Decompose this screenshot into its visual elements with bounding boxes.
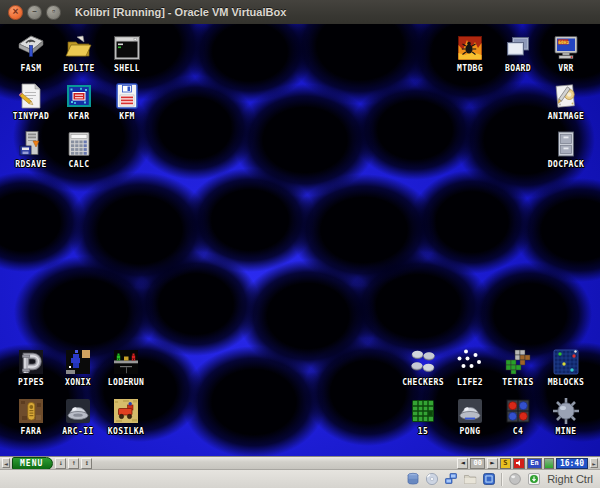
taskbar-right-arrow-icon[interactable]: ► bbox=[590, 458, 598, 468]
pipes-icon bbox=[16, 347, 46, 377]
mtdbg-icon bbox=[455, 33, 485, 63]
desktop-icon-board[interactable]: BOARD bbox=[491, 33, 545, 73]
desktop-icon-pipes[interactable]: PIPES bbox=[4, 347, 58, 387]
desktop-icon-label: MBLOCKS bbox=[539, 378, 593, 387]
desktop-icon-label: FASM bbox=[4, 64, 58, 73]
desktop-icon-label: VRR bbox=[539, 64, 593, 73]
arcii-icon bbox=[63, 396, 93, 426]
desktop-icon-label: KFM bbox=[100, 112, 154, 121]
pager-prev-button[interactable]: ◄ bbox=[457, 458, 468, 469]
kolibri-taskbar: ◄ MENU ↓↑↕ ◄ 00 ► S En 16:40 ► bbox=[0, 456, 600, 469]
desktop-icon-15[interactable]: 15 bbox=[396, 396, 450, 436]
harddisk-icon[interactable] bbox=[406, 472, 420, 486]
kfar-icon bbox=[64, 81, 94, 111]
close-button[interactable] bbox=[8, 5, 23, 20]
desktop-icon-label: ANIMAGE bbox=[539, 112, 593, 121]
svg-text:60Hz: 60Hz bbox=[558, 40, 569, 45]
desktop-icon-label: FARA bbox=[4, 427, 58, 436]
desktop-icon-fasm[interactable]: FASM bbox=[4, 33, 58, 73]
virtualbox-window: Kolibri [Running] - Oracle VM VirtualBox… bbox=[0, 0, 600, 488]
docpack-icon bbox=[551, 129, 581, 159]
shell-icon bbox=[112, 33, 142, 63]
desktop-icon-vrr[interactable]: 60HzVRR bbox=[539, 33, 593, 73]
speaker-icon[interactable] bbox=[513, 458, 525, 469]
desktop-icon-label: CALC bbox=[52, 160, 106, 169]
desktop-icon-label: TINYPAD bbox=[4, 112, 58, 121]
kosilka-icon bbox=[111, 396, 141, 426]
desktop-icon-label: 15 bbox=[396, 427, 450, 436]
desktop-icon-loderun[interactable]: LODERUN bbox=[99, 347, 153, 387]
mouse-integration-icon bbox=[508, 472, 522, 486]
vbox-statusbar: Right Ctrl bbox=[0, 469, 600, 488]
pager-value: 00 bbox=[470, 458, 484, 469]
c4-icon bbox=[503, 396, 533, 426]
desktop-icon-label: C4 bbox=[491, 427, 545, 436]
animage-icon bbox=[551, 81, 581, 111]
desktop-icon-xonix[interactable]: XONIX bbox=[51, 347, 105, 387]
desktop-icon-calc[interactable]: CALC bbox=[52, 129, 106, 169]
desktop-icon-label: RDSAVE bbox=[4, 160, 58, 169]
fara-icon bbox=[16, 396, 46, 426]
desktop-icon-mine[interactable]: MINE bbox=[539, 396, 593, 436]
arrow-updown-button[interactable]: ↕ bbox=[81, 458, 92, 469]
hostkey-icon bbox=[527, 472, 541, 486]
board-icon bbox=[503, 33, 533, 63]
desktop-icon-animage[interactable]: ANIMAGE bbox=[539, 81, 593, 121]
hostkey-label: Right Ctrl bbox=[547, 473, 593, 485]
xonix-icon bbox=[63, 347, 93, 377]
desktop-icon-label: KOSILKA bbox=[99, 427, 153, 436]
cd-icon[interactable] bbox=[425, 472, 439, 486]
desktop-icon-label: SHELL bbox=[100, 64, 154, 73]
display-icon[interactable] bbox=[482, 472, 496, 486]
desktop-icon-label: TETRIS bbox=[491, 378, 545, 387]
network-icon[interactable] bbox=[444, 472, 458, 486]
desktop-icon-c4[interactable]: C4 bbox=[491, 396, 545, 436]
rdsave-icon bbox=[16, 129, 46, 159]
desktop-icon-life2[interactable]: LIFE2 bbox=[443, 347, 497, 387]
shared-folder-icon[interactable] bbox=[463, 472, 477, 486]
desktop-icon-label: PONG bbox=[443, 427, 497, 436]
desktop-icon-docpack[interactable]: DOCPACK bbox=[539, 129, 593, 169]
desktop-icon-label: ARC-II bbox=[51, 427, 105, 436]
arrow-down-button[interactable]: ↓ bbox=[55, 458, 66, 469]
desktop-icon-kfar[interactable]: KFAR bbox=[52, 81, 106, 121]
clock: 16:40 bbox=[556, 458, 588, 469]
kolibri-desktop[interactable]: FASMEOLITESHELLTINYPADKFARKFMRDSAVECALCM… bbox=[0, 24, 600, 456]
desktop-icon-shell[interactable]: SHELL bbox=[100, 33, 154, 73]
taskbar-left-arrow-icon[interactable]: ◄ bbox=[2, 458, 10, 468]
checkers-icon bbox=[408, 347, 438, 377]
tinypad-icon bbox=[16, 81, 46, 111]
tetris-icon bbox=[503, 347, 533, 377]
desktop-icon-mblocks[interactable]: MBLOCKS bbox=[539, 347, 593, 387]
desktop-icon-label: MTDBG bbox=[443, 64, 497, 73]
keyboard-layout-indicator[interactable]: En bbox=[527, 458, 542, 469]
mine-icon bbox=[551, 396, 581, 426]
window-title: Kolibri [Running] - Oracle VM VirtualBox bbox=[75, 6, 286, 18]
desktop-icon-kfm[interactable]: KFM bbox=[100, 81, 154, 121]
vrr-icon: 60Hz bbox=[551, 33, 581, 63]
minimize-button[interactable] bbox=[27, 5, 42, 20]
desktop-icon-label: LIFE2 bbox=[443, 378, 497, 387]
titlebar[interactable]: Kolibri [Running] - Oracle VM VirtualBox bbox=[0, 0, 600, 24]
desktop-icon-kosilka[interactable]: KOSILKA bbox=[99, 396, 153, 436]
cpu-indicator[interactable] bbox=[544, 458, 554, 469]
statusbar-separator bbox=[501, 473, 503, 486]
desktop-icon-fara[interactable]: FARA bbox=[4, 396, 58, 436]
desktop-icon-tetris[interactable]: TETRIS bbox=[491, 347, 545, 387]
menu-button[interactable]: MENU bbox=[12, 457, 53, 470]
desktop-icon-checkers[interactable]: CHECKERS bbox=[396, 347, 450, 387]
desktop-icon-tinypad[interactable]: TINYPAD bbox=[4, 81, 58, 121]
desktop-icon-eolite[interactable]: EOLITE bbox=[52, 33, 106, 73]
desktop-icon-mtdbg[interactable]: MTDBG bbox=[443, 33, 497, 73]
loderun-icon bbox=[111, 347, 141, 377]
maximize-button[interactable] bbox=[46, 5, 61, 20]
pager-next-button[interactable]: ► bbox=[487, 458, 498, 469]
arrow-up-button[interactable]: ↑ bbox=[68, 458, 79, 469]
screenshot-button[interactable]: S bbox=[500, 458, 511, 469]
fasm-icon bbox=[16, 33, 46, 63]
desktop-icon-label: DOCPACK bbox=[539, 160, 593, 169]
desktop-icon-arc-ii[interactable]: ARC-II bbox=[51, 396, 105, 436]
desktop-icon-label: MINE bbox=[539, 427, 593, 436]
desktop-icon-rdsave[interactable]: RDSAVE bbox=[4, 129, 58, 169]
desktop-icon-pong[interactable]: PONG bbox=[443, 396, 497, 436]
